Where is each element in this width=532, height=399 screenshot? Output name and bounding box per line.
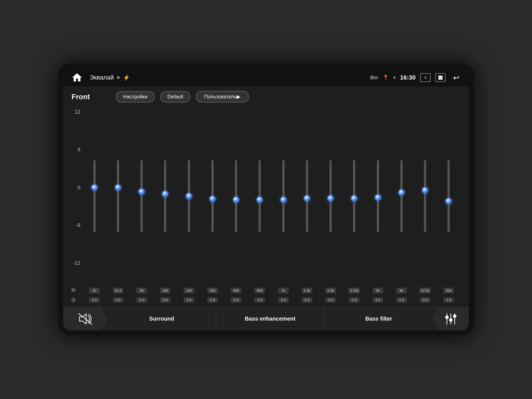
- freq-label-2: 50: [136, 288, 147, 293]
- q-label-6: 2.0: [231, 297, 241, 303]
- scale-6: 6: [71, 147, 80, 153]
- slider-thumb-10[interactable]: [328, 195, 334, 201]
- slider-track-10[interactable]: [319, 107, 342, 285]
- slider-col-4: 1602.0: [177, 107, 201, 304]
- page-title: Эквалай: [90, 74, 114, 81]
- slider-col-11: 3.15k2.0: [342, 107, 366, 304]
- back-button[interactable]: ↩: [450, 71, 462, 84]
- slider-col-5: 2502.0: [201, 107, 224, 304]
- slider-thumb-0[interactable]: [91, 185, 98, 191]
- slider-thumb-15[interactable]: [446, 198, 452, 204]
- scale-neg12: -12: [71, 260, 80, 266]
- slider-col-3: 1002.0: [154, 107, 177, 304]
- slider-col-9: 1.6k2.0: [295, 107, 319, 304]
- slider-thumb-1[interactable]: [115, 185, 121, 191]
- slider-col-10: 2.5k2.0: [319, 107, 342, 304]
- freq-label-4: 160: [184, 288, 194, 293]
- svg-point-3: [446, 316, 448, 319]
- q-static-label: Q:: [71, 297, 76, 302]
- slider-track-14[interactable]: [414, 107, 436, 285]
- speaker-icon: [78, 313, 93, 325]
- bass-enhancement-tab[interactable]: Bass enhancement: [216, 307, 325, 330]
- slider-thumb-6[interactable]: [233, 197, 239, 203]
- slider-col-13: 8k2.0: [390, 107, 413, 304]
- slider-thumb-3[interactable]: [162, 191, 168, 197]
- q-label-8: 2.0: [278, 297, 289, 303]
- freq-label-10: 2.5k: [325, 288, 336, 293]
- bass-filter-tab[interactable]: Bass filter: [324, 307, 433, 330]
- bottom-bar: Surround Bass enhancement Bass filter: [63, 307, 469, 330]
- slider-track-2[interactable]: [131, 107, 153, 285]
- slider-thumb-12[interactable]: [375, 195, 381, 201]
- q-label-7: 1.0: [254, 297, 265, 303]
- slider-track-7[interactable]: [249, 107, 271, 285]
- channel-label: Front: [71, 93, 99, 101]
- slider-thumb-9[interactable]: [304, 195, 310, 201]
- q-label-0: 2.0: [89, 297, 100, 303]
- right-status: Вт 📍 ▾ 16:30 ✕ ⬜ ↩: [370, 71, 462, 84]
- slider-thumb-13[interactable]: [398, 190, 405, 196]
- scale-12-top: 12: [71, 109, 80, 115]
- q-label-3: 2.0: [160, 297, 170, 303]
- slider-thumb-4[interactable]: [186, 193, 192, 199]
- slider-thumb-11[interactable]: [351, 195, 357, 201]
- slider-track-4[interactable]: [178, 107, 200, 285]
- q-label-15: 2.0: [443, 297, 454, 303]
- wifi-icon: ▾: [393, 75, 396, 81]
- location-icon: 📍: [383, 75, 389, 81]
- slider-col-12: 5k2.0: [366, 107, 390, 304]
- freq-label-9: 1.6k: [302, 288, 312, 293]
- top-controls: Front Настройки Default Пользователь▶: [71, 91, 461, 103]
- status-dot: [117, 76, 120, 79]
- freq-label-5: 250: [207, 288, 218, 293]
- slider-track-11[interactable]: [343, 107, 365, 285]
- surround-tab[interactable]: Surround: [108, 307, 216, 330]
- q-label-4: 2.0: [184, 297, 194, 303]
- scale-neg6: -6: [71, 222, 80, 228]
- slider-track-9[interactable]: [296, 107, 318, 285]
- freq-label-0: 20: [89, 288, 100, 293]
- slider-thumb-8[interactable]: [280, 197, 287, 203]
- slider-track-8[interactable]: [272, 107, 295, 285]
- slider-thumb-5[interactable]: [209, 196, 216, 202]
- slider-thumb-7[interactable]: [257, 197, 263, 203]
- bottom-tabs: Surround Bass enhancement Bass filter: [108, 307, 433, 330]
- q-label-14: 2.0: [420, 297, 430, 303]
- eq-container: 12 6 0 -6 -12 f0: Q: 202: [71, 107, 461, 304]
- clock: 16:30: [400, 74, 416, 81]
- slider-track-3[interactable]: [154, 107, 177, 285]
- freq-label-7: 630: [254, 288, 265, 293]
- slider-track-12[interactable]: [367, 107, 389, 285]
- svg-point-7: [453, 315, 456, 318]
- slider-track-15[interactable]: [438, 107, 460, 285]
- status-bar: Эквалай ⚡ Вт 📍 ▾ 16:30 ✕ ⬜ ↩: [63, 69, 469, 86]
- settings-button[interactable]: Настройки: [116, 91, 155, 103]
- eq-settings-button[interactable]: [433, 307, 469, 330]
- window-button[interactable]: ⬜: [435, 73, 446, 82]
- freq-label-3: 100: [160, 288, 170, 293]
- slider-track-1[interactable]: [107, 107, 129, 285]
- bluetooth-label: Вт: [370, 75, 378, 81]
- slider-thumb-2[interactable]: [139, 189, 145, 195]
- close-window-button[interactable]: ✕: [420, 73, 431, 82]
- q-label-5: 2.0: [207, 297, 218, 303]
- slider-track-13[interactable]: [390, 107, 413, 285]
- fo-static-label: f0:: [71, 288, 76, 293]
- freq-label-8: 1k: [278, 288, 289, 293]
- slider-track-5[interactable]: [201, 107, 224, 285]
- slider-col-6: 4002.0: [224, 107, 248, 304]
- freq-label-13: 8k: [396, 288, 407, 293]
- speaker-button[interactable]: [63, 307, 108, 330]
- screen: Эквалай ⚡ Вт 📍 ▾ 16:30 ✕ ⬜ ↩ Front Настр…: [63, 69, 469, 330]
- freq-label-11: 3.15k: [348, 288, 360, 293]
- default-button[interactable]: Default: [160, 91, 190, 103]
- home-button[interactable]: [70, 70, 84, 85]
- slider-track-0[interactable]: [83, 107, 106, 285]
- slider-thumb-14[interactable]: [422, 187, 428, 193]
- slider-col-14: 12.5k2.0: [413, 107, 437, 304]
- svg-point-5: [449, 319, 452, 321]
- slider-track-6[interactable]: [225, 107, 247, 285]
- slider-col-2: 502.0: [130, 107, 154, 304]
- freq-label-14: 12.5k: [419, 288, 431, 293]
- user-preset-button[interactable]: Пользователь▶: [196, 91, 249, 103]
